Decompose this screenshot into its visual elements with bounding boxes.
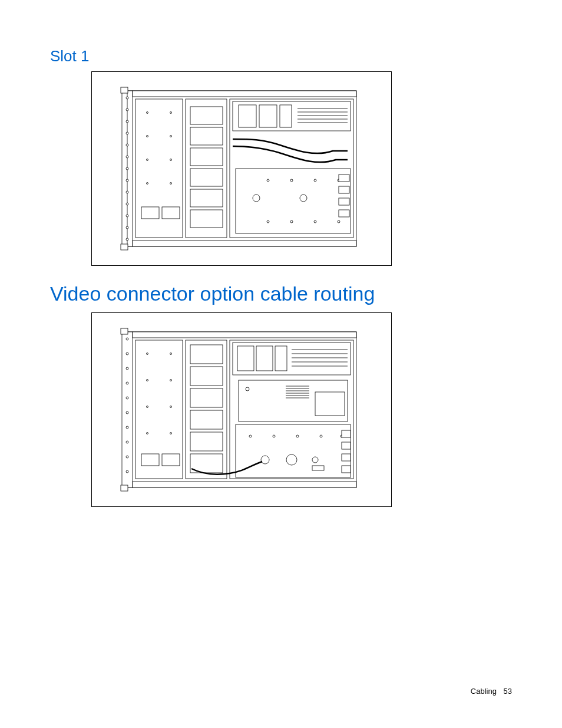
svg-rect-16	[133, 91, 356, 97]
svg-point-70	[126, 411, 128, 414]
figure-slot1	[91, 71, 392, 266]
svg-rect-126	[342, 454, 351, 461]
svg-rect-114	[236, 424, 351, 477]
svg-point-7	[126, 144, 128, 146]
svg-point-115	[261, 456, 269, 464]
svg-rect-99	[275, 346, 287, 371]
svg-rect-59	[339, 198, 349, 205]
svg-rect-46	[236, 169, 351, 233]
svg-rect-75	[133, 332, 356, 338]
svg-rect-32	[190, 148, 223, 166]
svg-point-116	[286, 454, 297, 465]
svg-point-10	[126, 179, 128, 182]
svg-point-67	[126, 367, 128, 370]
svg-rect-28	[162, 207, 180, 219]
svg-rect-113	[315, 392, 345, 416]
svg-point-15	[126, 238, 128, 241]
svg-rect-39	[259, 105, 277, 127]
svg-rect-98	[256, 346, 273, 371]
server-chassis-video-diagram	[115, 321, 368, 498]
svg-rect-58	[339, 186, 349, 193]
svg-rect-125	[342, 442, 351, 449]
svg-point-6	[126, 132, 128, 134]
svg-point-68	[126, 382, 128, 384]
svg-point-8	[126, 156, 128, 158]
footer-page-number: 53	[504, 687, 512, 696]
svg-rect-60	[339, 210, 349, 217]
svg-rect-61	[121, 87, 128, 93]
svg-point-4	[126, 108, 128, 111]
svg-rect-35	[190, 210, 223, 228]
svg-point-117	[312, 457, 318, 463]
svg-rect-57	[339, 174, 349, 182]
svg-point-13	[126, 215, 128, 217]
svg-point-66	[126, 353, 128, 355]
svg-rect-17	[133, 241, 356, 246]
svg-point-48	[300, 195, 307, 202]
svg-rect-64	[122, 332, 133, 487]
svg-point-3	[126, 97, 128, 99]
svg-rect-76	[133, 482, 356, 487]
svg-rect-34	[190, 189, 223, 207]
svg-rect-97	[237, 346, 254, 371]
footer-section: Cabling	[471, 687, 497, 696]
svg-point-71	[126, 426, 128, 429]
svg-rect-129	[121, 485, 128, 491]
svg-point-72	[126, 441, 128, 443]
svg-point-47	[253, 195, 260, 202]
slot-heading: Slot 1	[50, 47, 512, 65]
svg-point-69	[126, 397, 128, 399]
svg-rect-86	[141, 454, 159, 466]
svg-point-14	[126, 226, 128, 229]
svg-point-74	[126, 470, 128, 473]
svg-rect-93	[190, 432, 223, 451]
svg-rect-89	[190, 345, 223, 364]
svg-rect-92	[190, 410, 223, 429]
svg-point-5	[126, 120, 128, 123]
svg-rect-40	[280, 105, 292, 127]
svg-rect-118	[312, 466, 324, 470]
svg-rect-87	[162, 454, 180, 466]
svg-point-9	[126, 167, 128, 170]
video-heading: Video connector option cable routing	[50, 282, 512, 305]
server-chassis-slot1-diagram	[115, 80, 368, 257]
svg-rect-31	[190, 127, 223, 145]
svg-point-12	[126, 203, 128, 205]
svg-rect-127	[342, 466, 351, 473]
svg-rect-128	[121, 328, 128, 334]
page-footer: Cabling 53	[471, 687, 512, 696]
svg-point-11	[126, 191, 128, 193]
svg-rect-33	[190, 169, 223, 186]
svg-rect-91	[190, 388, 223, 407]
svg-rect-124	[342, 430, 351, 437]
svg-point-65	[126, 338, 128, 340]
svg-rect-30	[190, 107, 223, 124]
figure-video-connector	[91, 312, 392, 507]
svg-rect-62	[121, 244, 128, 250]
svg-rect-38	[239, 105, 256, 127]
svg-point-73	[126, 456, 128, 458]
svg-rect-27	[141, 207, 159, 219]
svg-point-106	[246, 387, 249, 391]
svg-rect-90	[190, 367, 223, 386]
